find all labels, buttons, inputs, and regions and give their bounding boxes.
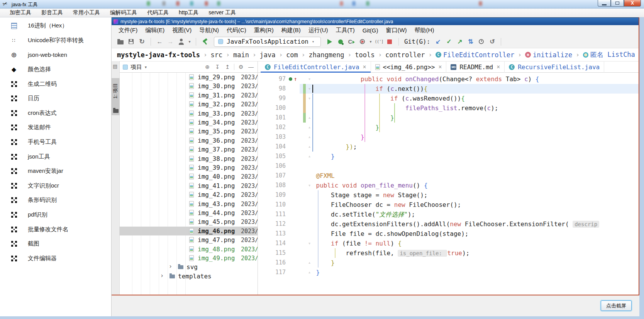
line-number[interactable]: 115 [258, 248, 286, 258]
code-editor[interactable]: 97▿↑public void onChanged(Change<? exten… [258, 73, 639, 295]
line-number[interactable]: 101 [258, 113, 286, 123]
line-number[interactable]: 103 [258, 132, 286, 142]
collapse-all-icon[interactable]: ↥ [224, 64, 231, 70]
hammer-button[interactable] [200, 37, 210, 46]
open-project-button[interactable] [115, 37, 125, 46]
tree-file-row[interactable]: img_40.png2023/ [120, 172, 258, 181]
breadcrumb-item[interactable]: com [286, 51, 298, 59]
editor-tab[interactable]: RecursiveFileList.java [505, 61, 604, 73]
ide-menu-item[interactable]: 视图(V) [168, 27, 195, 34]
line-number[interactable]: 110 [258, 200, 286, 210]
tree-file-row[interactable]: img_37.png2023/ [120, 145, 258, 154]
ide-menu-item[interactable]: 重构(R) [250, 27, 278, 34]
editor-tab[interactable]: README.md× [446, 61, 505, 73]
tree-file-row[interactable]: img_46.png2023/ [120, 227, 258, 235]
ide-menu-item[interactable]: 运行(U) [305, 27, 332, 34]
sync-button[interactable]: ↻ [137, 37, 147, 46]
breadcrumb-item[interactable]: src [211, 51, 223, 59]
screenshot-button[interactable]: 点击截屏 [601, 300, 632, 311]
attach-button[interactable]: (('] [374, 37, 384, 46]
git-push-button[interactable]: ↗ [455, 37, 464, 46]
tree-file-row[interactable]: img_35.png2023/ [120, 127, 258, 136]
ide-menu-item[interactable]: 窗口(W) [382, 27, 410, 34]
line-number[interactable]: 97 [258, 74, 286, 84]
tree-file-row[interactable]: img_39.png2023/ [120, 163, 258, 172]
git-update-button[interactable]: ↙ [433, 37, 443, 46]
sidebar-item[interactable]: 日历 [0, 91, 111, 106]
breadcrumb-item[interactable]: zhangmeng [308, 51, 344, 59]
line-number[interactable]: 100 [258, 103, 286, 113]
chevron-right-icon[interactable]: › [160, 272, 164, 279]
breadcrumb-item[interactable]: tools [355, 51, 375, 59]
app-menu-item[interactable]: 代码工具 [142, 9, 174, 16]
app-menu-item[interactable]: 编解码工具 [105, 9, 142, 16]
close-icon[interactable]: × [363, 63, 366, 70]
editor-tab[interactable]: <<img_46.png>>× [371, 61, 447, 73]
git-rollback-button[interactable]: ↺ [487, 37, 497, 46]
sidebar-item[interactable]: ◆颜色选择 [0, 62, 111, 77]
sidebar-item[interactable]: pdf识别 [0, 208, 111, 222]
sidebar-item[interactable]: ∷Unicode和字符串转换 [0, 33, 111, 48]
git-history-button[interactable] [476, 37, 486, 46]
sidebar-item[interactable]: maven安装jar [0, 164, 111, 179]
close-button[interactable]: X [624, 0, 641, 7]
sidebar-item[interactable]: 手机号工具 [0, 135, 111, 150]
debug-button[interactable] [336, 37, 346, 46]
tree-file-row[interactable]: img_49.png2023/ [120, 254, 258, 263]
app-menu-item[interactable]: http工具 [174, 9, 203, 16]
chevron-down-icon[interactable]: ▾ [368, 37, 373, 46]
play-button[interactable] [325, 37, 335, 46]
tree-file-row[interactable]: img_32.png2023/ [120, 100, 258, 109]
tree-file-row[interactable]: img_41.png2023/ [120, 181, 258, 190]
line-number[interactable]: 117 [258, 268, 286, 277]
sidebar-item[interactable]: 文件编辑器 [0, 251, 111, 266]
app-menu-item[interactable]: 常用小工具 [68, 9, 105, 16]
line-number[interactable]: 98 [258, 84, 286, 94]
tree-folder-row[interactable]: ›svg [120, 263, 258, 271]
tree-file-row[interactable]: img_42.png2023/ [120, 190, 258, 199]
sidebar-item[interactable]: 文字识别ocr [0, 179, 111, 193]
breadcrumb-item[interactable]: initialize [525, 51, 572, 59]
maximize-button[interactable] [611, 0, 624, 7]
sidebar-item[interactable]: 批量修改文件名 [0, 222, 111, 237]
app-menu-item[interactable]: 影音工具 [36, 9, 68, 16]
ide-menu-item[interactable]: 导航(N) [195, 27, 223, 34]
coverage-button[interactable]: C [347, 37, 356, 46]
locate-icon[interactable]: ⊕ [204, 64, 211, 70]
override-marker-icon[interactable] [289, 77, 292, 81]
breadcrumb-item[interactable]: main [233, 51, 249, 59]
close-icon[interactable]: × [497, 63, 500, 70]
ide-menu-item[interactable]: 文件(F) [115, 27, 141, 34]
hide-icon[interactable]: — [247, 64, 254, 70]
ide-menu-item[interactable]: 工具(T) [332, 27, 358, 34]
chevron-down-icon[interactable]: ▾ [145, 65, 147, 69]
sidebar-item[interactable]: cron表达式 [0, 106, 111, 121]
line-number[interactable]: 114 [258, 239, 286, 248]
settings-icon[interactable]: ⚙ [237, 64, 244, 70]
line-number[interactable]: 107 [258, 171, 286, 181]
ide-menu-item[interactable]: 构建(B) [278, 27, 305, 34]
ide-menu-item[interactable]: 代码(C) [223, 27, 250, 34]
line-number[interactable]: 102 [258, 123, 286, 132]
line-number[interactable]: 116 [258, 258, 286, 268]
line-number[interactable]: 104 [258, 142, 286, 152]
ide-menu-item[interactable]: 帮助(H) [411, 27, 438, 34]
breadcrumb-item[interactable]: controller [385, 51, 425, 59]
line-number[interactable]: 99 [258, 94, 286, 103]
line-number[interactable]: 105 [258, 152, 286, 161]
line-number[interactable]: 112 [258, 219, 286, 229]
breadcrumb-item[interactable]: 匿名 ListCha [583, 50, 635, 59]
app-menu-item[interactable]: server 工具 [203, 9, 241, 16]
tree-folder-row[interactable]: ›templates [120, 272, 258, 281]
git-commit-button[interactable]: ✓ [444, 37, 454, 46]
tree-file-row[interactable]: img_45.png2023/ [120, 217, 258, 226]
sidebar-item[interactable]: 条形码识别 [0, 193, 111, 208]
close-icon[interactable]: × [438, 63, 442, 70]
sidebar-item[interactable]: json工具 [0, 149, 111, 164]
app-menu-item[interactable]: 加密工具 [5, 9, 36, 16]
save-all-button[interactable] [126, 37, 136, 46]
breadcrumb-item[interactable]: FileEditController [436, 51, 514, 59]
tree-file-row[interactable]: img_36.png2023/ [120, 136, 258, 145]
breadcrumb-item[interactable]: mystyle-java-fx-tools [117, 51, 200, 59]
sidebar-item[interactable]: 发送邮件 [0, 120, 111, 135]
